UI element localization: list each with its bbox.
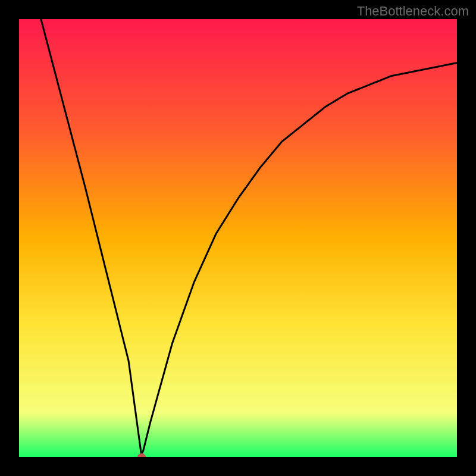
chart-frame: TheBottleneck.com [0, 0, 476, 476]
gradient-background [19, 19, 457, 457]
watermark-label: TheBottleneck.com [357, 4, 469, 19]
chart-plot [19, 19, 457, 457]
